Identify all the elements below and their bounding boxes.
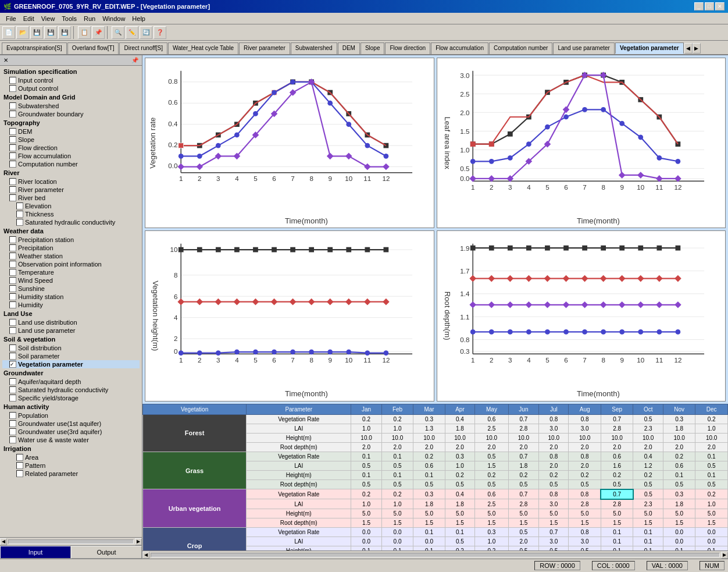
tb-open[interactable]: 📂 xyxy=(16,26,29,39)
sidebar-item-gw-use1[interactable]: Groundwater use(1st aquifer) xyxy=(2,420,140,428)
sidebar-item-humidity-station[interactable]: Humidity station xyxy=(2,293,140,301)
sidebar-item-gw-hydraulic[interactable]: Saturated hydraulic conductivity xyxy=(2,386,140,394)
sidebar-item-elevation[interactable]: Elevation xyxy=(2,202,140,210)
output-button[interactable]: Output xyxy=(71,546,142,559)
param-grass-height[interactable]: Height(m) xyxy=(247,470,351,479)
sidebar-item-related-param[interactable]: Related parameter xyxy=(2,470,140,478)
tab-flow-dir[interactable]: Flow direction xyxy=(385,42,430,54)
tab-scroll-left[interactable]: ◀ xyxy=(684,43,693,54)
table-scroll-track[interactable] xyxy=(151,553,720,557)
tb-save[interactable]: 💾 xyxy=(30,26,43,39)
table-hscroll[interactable]: ◀ ▶ xyxy=(142,550,728,559)
param-crop-lai[interactable]: LAI xyxy=(247,537,351,546)
tab-river-param[interactable]: River parameter xyxy=(239,42,290,54)
tb-save3[interactable]: 💾 xyxy=(58,26,71,39)
param-forest-vegrate[interactable]: Vegetation Rate xyxy=(247,414,351,424)
param-forest-lai[interactable]: LAI xyxy=(247,424,351,433)
tab-slope[interactable]: Slope xyxy=(361,42,385,54)
param-urban-vegrate[interactable]: Vegetation Rate xyxy=(247,489,351,499)
close-button[interactable]: ✕ xyxy=(715,2,725,10)
sidebar-item-gw-use3[interactable]: Groundwater use(3rd aquifer) xyxy=(2,428,140,436)
sidebar-item-dem[interactable]: DEM xyxy=(2,127,140,136)
param-crop-vegrate[interactable]: Vegetation Rate xyxy=(247,527,351,537)
sidebar-item-temperature[interactable]: Temperature xyxy=(2,268,140,276)
param-forest-height[interactable]: Height(m) xyxy=(247,433,351,442)
sidebar-item-observation[interactable]: Observation point information xyxy=(2,260,140,268)
menu-window[interactable]: Window xyxy=(99,14,129,23)
sidebar-item-land-use-dist[interactable]: Land use distribution xyxy=(2,318,140,326)
sidebar-item-thickness[interactable]: Thickness xyxy=(2,210,140,218)
sidebar-item-slope[interactable]: Slope xyxy=(2,136,140,144)
tb-save2[interactable]: 💾 xyxy=(44,26,57,39)
tab-flow-acc[interactable]: Flow accumulation xyxy=(431,42,488,54)
tab-water-heat[interactable]: Water_Heat cycle Table xyxy=(168,42,238,54)
param-urban-lai[interactable]: LAI xyxy=(247,499,351,509)
tab-dem[interactable]: DEM xyxy=(338,42,360,54)
sidebar-item-land-use-param[interactable]: Land use parameter xyxy=(2,326,140,335)
tb-edit[interactable]: ✏️ xyxy=(126,26,138,39)
scroll-right-btn[interactable]: ▶ xyxy=(135,538,142,545)
sidebar-item-flow-accumulation[interactable]: Flow accumulation xyxy=(2,152,140,160)
param-grass-lai[interactable]: LAI xyxy=(247,461,351,470)
sidebar-item-river-parameter[interactable]: River parameter xyxy=(2,186,140,194)
tab-vegetation-param[interactable]: Vegetation parameter xyxy=(615,42,684,54)
sidebar-item-wind-speed[interactable]: Wind Speed xyxy=(2,276,140,285)
sidebar-item-sunshine[interactable]: Sunshine xyxy=(2,285,140,293)
tb-help[interactable]: ❓ xyxy=(154,26,166,39)
sidebar-item-area[interactable]: Area xyxy=(2,453,140,461)
tab-scroll[interactable]: ◀ ▶ xyxy=(684,42,701,54)
param-grass-root[interactable]: Root depth(m) xyxy=(247,479,351,489)
sidebar-item-weather-station[interactable]: Weather station xyxy=(2,252,140,260)
menu-file[interactable]: File xyxy=(2,14,20,23)
sidebar-item-input-control[interactable]: Input control xyxy=(2,76,140,84)
tab-direct[interactable]: Direct runoff[S] xyxy=(119,42,167,54)
tab-subwatershed[interactable]: Subwatershed xyxy=(291,42,337,54)
sidebar-item-humidity[interactable]: Humidity xyxy=(2,301,140,309)
table-scroll-right[interactable]: ▶ xyxy=(721,552,728,559)
menu-view[interactable]: View xyxy=(38,14,59,23)
cell-highlighted[interactable]: 0.7 xyxy=(601,489,633,499)
menu-edit[interactable]: Edit xyxy=(20,14,38,23)
scroll-track[interactable] xyxy=(8,539,134,544)
param-crop-height[interactable]: Height(m) xyxy=(247,546,351,550)
sidebar-scroll[interactable]: Simulation specification Input control O… xyxy=(0,66,142,537)
tab-land-use-param[interactable]: Land use parameter xyxy=(553,42,615,54)
tb-copy[interactable]: 📋 xyxy=(78,26,91,39)
menu-help[interactable]: Help xyxy=(129,14,149,23)
tb-refresh[interactable]: 🔄 xyxy=(140,26,152,39)
param-forest-root[interactable]: Root depth(m) xyxy=(247,442,351,452)
sidebar-item-soil-dist[interactable]: Soil distribution xyxy=(2,344,140,352)
tab-evapotranspiration[interactable]: Evapotranspiration[S] xyxy=(2,42,67,54)
menu-run[interactable]: Run xyxy=(80,14,99,23)
tb-new[interactable]: 📄 xyxy=(2,26,15,39)
sidebar-item-specific-yield[interactable]: Specific yield/storage xyxy=(2,394,140,402)
tab-overland[interactable]: Overland flow[T] xyxy=(67,42,119,54)
minimize-button[interactable]: _ xyxy=(694,2,704,10)
tb-paste[interactable]: 📌 xyxy=(92,26,105,39)
sidebar-hscroll[interactable]: ◀ ▶ xyxy=(0,537,142,545)
sidebar-item-subwatershed[interactable]: Subwatershed xyxy=(2,102,140,110)
sidebar-item-groundwater-boundary[interactable]: Groundwater boundary xyxy=(2,110,140,118)
input-button[interactable]: Input xyxy=(0,546,71,559)
sidebar-item-river-bed[interactable]: River bed xyxy=(2,194,140,202)
table-scroll-left[interactable]: ◀ xyxy=(142,552,149,559)
tb-zoom[interactable]: 🔍 xyxy=(112,26,124,39)
menu-tools[interactable]: Tools xyxy=(58,14,80,23)
sidebar-item-flow-direction[interactable]: Flow direction xyxy=(2,144,140,152)
sidebar-item-water-waste[interactable]: Water use & waste water xyxy=(2,436,140,444)
scroll-left-btn[interactable]: ◀ xyxy=(0,538,7,545)
sidebar-item-sat-hydraulic[interactable]: Saturated hydraulic conductivity xyxy=(2,218,140,226)
window-controls[interactable]: _ □ ✕ xyxy=(694,2,725,10)
param-urban-height[interactable]: Height(m) xyxy=(247,509,351,518)
sidebar-item-river-location[interactable]: River location xyxy=(2,177,140,186)
sidebar-item-computation[interactable]: Computation number xyxy=(2,160,140,168)
param-urban-root[interactable]: Root depth(m) xyxy=(247,518,351,527)
sidebar-item-precipitation[interactable]: Precipitation xyxy=(2,244,140,252)
maximize-button[interactable]: □ xyxy=(705,2,714,10)
sidebar-item-precip-station[interactable]: Precipitation station xyxy=(2,236,140,244)
sidebar-item-pattern[interactable]: Pattern xyxy=(2,461,140,470)
table-area[interactable]: Vegetation Parameter Jan Feb Mar Apr May… xyxy=(142,404,728,550)
param-grass-vegrate[interactable]: Vegetation Rate xyxy=(247,452,351,461)
sidebar-item-output-control[interactable]: Output control xyxy=(2,84,140,93)
tab-computation[interactable]: Computation number xyxy=(489,42,552,54)
